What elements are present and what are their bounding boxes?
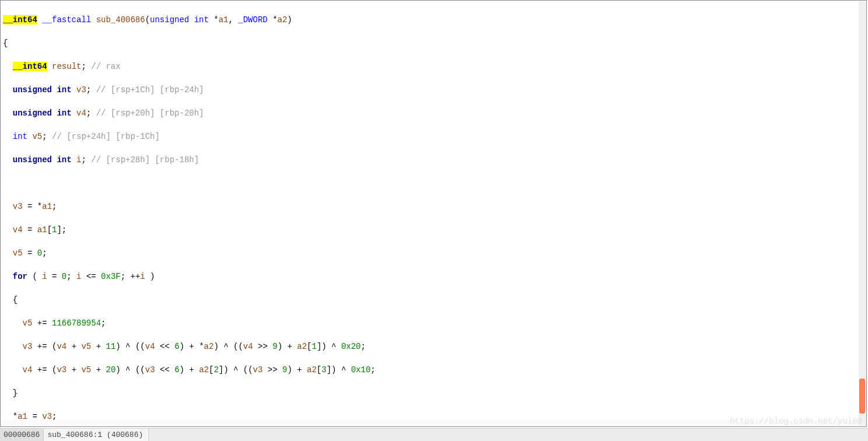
code-line[interactable]: {	[3, 37, 864, 49]
code-line[interactable]: int v5; // [rsp+24h] [rbp-1Ch]	[3, 131, 864, 142]
code-line[interactable]	[3, 177, 864, 189]
watermark: https://blog.csdn.net/yul00	[730, 416, 862, 426]
status-address[interactable]: 00000686	[0, 429, 44, 441]
code-line[interactable]: __int64 result; // rax	[3, 61, 864, 72]
code-line[interactable]: unsigned int v3; // [rsp+1Ch] [rbp-24h]	[3, 84, 864, 96]
code-line[interactable]: v5 += 1166789954;	[3, 317, 864, 329]
code-line[interactable]: for ( i = 0; i <= 0x3F; ++i )	[3, 271, 864, 282]
decompiler-view: __int64 __fastcall sub_400686(unsigned i…	[0, 0, 867, 427]
vertical-scrollbar[interactable]	[859, 1, 866, 426]
code-line[interactable]: v5 = 0;	[3, 247, 864, 259]
code-area[interactable]: __int64 __fastcall sub_400686(unsigned i…	[1, 1, 866, 427]
code-line[interactable]: unsigned int v4; // [rsp+20h] [rbp-20h]	[3, 107, 864, 119]
code-line[interactable]: v4 = a1[1];	[3, 224, 864, 236]
code-line[interactable]: unsigned int i; // [rsp+28h] [rbp-18h]	[3, 154, 864, 166]
code-line[interactable]: v4 += (v3 + v5 + 20) ^ ((v3 << 6) + a2[2…	[3, 364, 864, 376]
code-line[interactable]: }	[3, 387, 864, 399]
scroll-thumb[interactable]	[859, 379, 865, 414]
code-line[interactable]: v3 = *a1;	[3, 201, 864, 212]
code-line[interactable]: __int64 __fastcall sub_400686(unsigned i…	[3, 14, 864, 26]
status-function[interactable]: sub_400686:1 (400686)	[44, 429, 149, 441]
code-line[interactable]: {	[3, 294, 864, 306]
code-line[interactable]: v3 += (v4 + v5 + 11) ^ ((v4 << 6) + *a2)…	[3, 341, 864, 352]
status-bar: 00000686 sub_400686:1 (400686)	[0, 428, 868, 441]
type-int64: __int64	[3, 15, 37, 24]
